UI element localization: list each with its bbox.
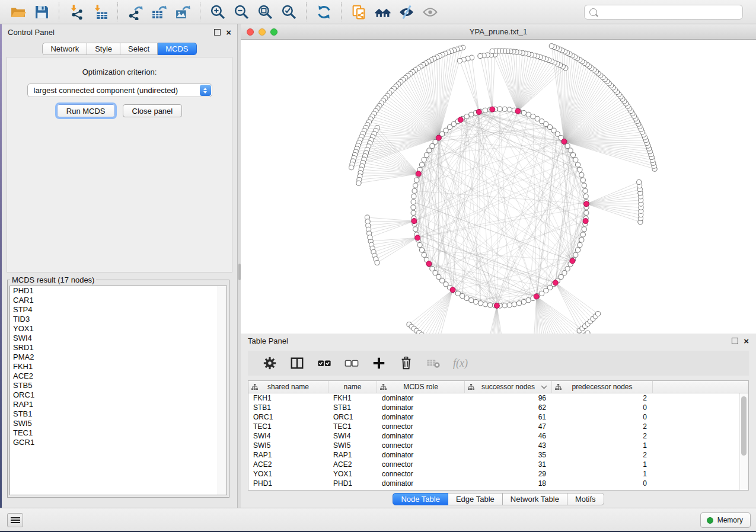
table-cell[interactable]: ACE2 — [248, 460, 328, 469]
table-cell[interactable]: ORC1 — [248, 413, 328, 421]
hide-view-button[interactable] — [395, 1, 417, 23]
list-item[interactable]: RAP1 — [10, 400, 227, 409]
table-row[interactable]: STB1STB1dominator620 — [248, 403, 740, 412]
table-cell[interactable]: 2 — [552, 451, 653, 459]
tab-edge-table[interactable]: Edge Table — [448, 493, 503, 505]
column-header-shared-name[interactable]: shared name — [248, 381, 328, 393]
list-item[interactable]: CAR1 — [10, 296, 227, 305]
list-item[interactable]: TID3 — [10, 315, 227, 324]
table-cell[interactable]: YOX1 — [248, 470, 328, 478]
tab-mcds[interactable]: MCDS — [158, 43, 196, 55]
table-cell[interactable]: SWI4 — [248, 432, 328, 440]
list-item[interactable]: STB5 — [10, 381, 227, 390]
run-mcds-button[interactable]: Run MCDS — [57, 104, 115, 117]
table-row[interactable]: TEC1TEC1connector472 — [248, 422, 740, 431]
duplicate-network-button[interactable] — [348, 1, 369, 23]
column-header-MCDS-role[interactable]: MCDS role — [377, 381, 465, 393]
table-cell[interactable]: ACE2 — [328, 460, 377, 469]
delete-table-button[interactable] — [426, 356, 441, 370]
import-table-button[interactable] — [90, 1, 111, 23]
float-panel-icon[interactable] — [732, 338, 738, 344]
float-panel-icon[interactable] — [214, 29, 221, 36]
table-cell[interactable]: STB1 — [328, 403, 377, 412]
list-item[interactable]: YOX1 — [10, 324, 227, 334]
open-file-button[interactable] — [7, 1, 28, 23]
table-cell[interactable]: dominator — [377, 394, 465, 402]
list-item[interactable]: STP4 — [10, 305, 227, 315]
table-cell[interactable]: connector — [377, 441, 465, 450]
splitter-handle[interactable] — [238, 264, 241, 280]
search-field[interactable] — [584, 5, 743, 20]
show-columns-button[interactable] — [290, 356, 304, 370]
list-item[interactable]: STB1 — [10, 409, 227, 419]
table-cell[interactable]: dominator — [377, 451, 465, 459]
export-table-button[interactable] — [148, 1, 170, 23]
tab-network-table[interactable]: Network Table — [503, 493, 567, 505]
list-item[interactable]: PMA2 — [10, 352, 227, 362]
table-cell[interactable]: 0 — [552, 403, 653, 412]
list-item[interactable]: TEC1 — [10, 428, 227, 438]
table-row[interactable]: SWI5SWI5connector431 — [248, 441, 740, 450]
table-cell[interactable]: 31 — [465, 460, 552, 469]
table-cell[interactable]: 2 — [552, 394, 653, 402]
export-image-button[interactable] — [172, 1, 193, 23]
table-cell[interactable]: 0 — [552, 413, 653, 421]
list-item[interactable]: ACE2 — [10, 371, 227, 381]
list-item[interactable]: FKH1 — [10, 362, 227, 371]
table-cell[interactable]: STB1 — [248, 403, 328, 412]
list-item[interactable]: SRD1 — [10, 343, 227, 352]
table-cell[interactable]: dominator — [377, 479, 465, 488]
table-cell[interactable]: 0 — [552, 479, 653, 488]
tab-select[interactable]: Select — [120, 43, 158, 55]
tab-network[interactable]: Network — [42, 43, 87, 55]
table-cell[interactable]: 46 — [465, 432, 552, 440]
table-scrollbar[interactable] — [739, 393, 748, 490]
show-panels-button[interactable] — [7, 513, 23, 527]
table-cell[interactable]: dominator — [377, 403, 465, 412]
table-cell[interactable]: SWI5 — [248, 441, 328, 450]
result-list-scrollbar[interactable] — [218, 286, 227, 495]
refresh-layout-button[interactable] — [313, 1, 334, 23]
tab-node-table[interactable]: Node Table — [393, 493, 448, 505]
table-cell[interactable]: ORC1 — [328, 413, 377, 421]
node-table[interactable]: shared namenameMCDS rolesuccessor nodesp… — [248, 380, 749, 491]
zoom-fit-button[interactable] — [254, 1, 276, 23]
table-cell[interactable]: RAP1 — [248, 451, 328, 459]
table-cell[interactable]: dominator — [377, 413, 465, 421]
export-network-button[interactable] — [125, 1, 146, 23]
table-scrollbar-thumb[interactable] — [741, 396, 747, 456]
list-item[interactable]: ORC1 — [10, 390, 227, 400]
table-cell[interactable]: 35 — [465, 451, 552, 459]
table-cell[interactable]: 2 — [552, 422, 653, 431]
zoom-in-button[interactable] — [207, 1, 228, 23]
column-header-successor-nodes[interactable]: successor nodes — [465, 381, 552, 393]
tab-motifs[interactable]: Motifs — [567, 493, 604, 505]
table-row[interactable]: SWI4SWI4dominator462 — [248, 431, 740, 441]
table-row[interactable]: PHD1PHD1dominator180 — [248, 479, 740, 488]
table-cell[interactable]: SWI5 — [328, 441, 377, 450]
table-cell[interactable]: connector — [377, 460, 465, 469]
table-cell[interactable]: 43 — [465, 441, 552, 450]
table-cell[interactable]: PHD1 — [248, 479, 328, 488]
network-graph[interactable] — [241, 40, 756, 334]
first-neighbors-button[interactable] — [372, 1, 393, 23]
unselect-all-columns-button[interactable] — [344, 356, 359, 370]
optimization-criterion-select[interactable]: largest connected component (undirected) — [27, 84, 212, 97]
mcds-result-list[interactable]: PHD1CAR1STP4TID3YOX1SWI4SRD1PMA2FKH1ACE2… — [9, 286, 227, 495]
table-cell[interactable]: TEC1 — [248, 422, 328, 431]
zoom-out-button[interactable] — [231, 1, 252, 23]
list-item[interactable]: SWI4 — [10, 334, 227, 343]
table-row[interactable]: ACE2ACE2connector311 — [248, 460, 740, 469]
table-row[interactable]: YOX1YOX1connector291 — [248, 469, 740, 479]
network-window-titlebar[interactable]: YPA_prune.txt_1 — [241, 24, 756, 40]
table-cell[interactable]: 1 — [552, 441, 653, 450]
table-cell[interactable]: TEC1 — [328, 422, 377, 431]
close-panel-button[interactable]: Close panel — [123, 104, 183, 117]
select-all-columns-button[interactable] — [317, 356, 331, 370]
table-cell[interactable]: PHD1 — [328, 479, 377, 488]
close-panel-icon[interactable]: × — [744, 338, 749, 344]
table-row[interactable]: RAP1RAP1dominator352 — [248, 450, 740, 460]
create-column-button[interactable] — [372, 356, 386, 370]
table-cell[interactable]: 2 — [552, 432, 653, 440]
search-input[interactable] — [601, 5, 742, 18]
